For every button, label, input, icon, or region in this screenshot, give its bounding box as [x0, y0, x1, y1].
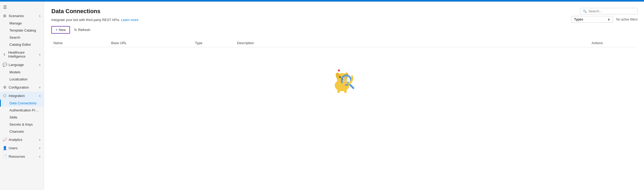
- no-active-filters: No active filters: [616, 18, 638, 21]
- sidebar-item-channels[interactable]: Channels: [0, 128, 44, 135]
- users-icon: 👤: [3, 146, 7, 150]
- sidebar-item-models[interactable]: Models: [0, 69, 44, 76]
- new-icon: +: [56, 28, 58, 32]
- refresh-button[interactable]: ↻ Refresh: [71, 27, 94, 33]
- healthcare-icon: ⚕: [3, 52, 6, 57]
- healthcare-label: Healthcare Intelligence: [8, 50, 39, 58]
- integration-chevron: ∧: [39, 94, 41, 97]
- dog-illustration: [328, 63, 360, 95]
- search-icon: 🔍: [583, 9, 587, 13]
- learn-more-link[interactable]: Learn more: [121, 18, 138, 22]
- sidebar: ☰ ⊞ Scenarios ∧ Manage Template Catalog …: [0, 2, 44, 190]
- svg-point-5: [339, 76, 341, 78]
- configuration-label: Configuration: [9, 85, 29, 89]
- new-label: New: [59, 28, 66, 32]
- col-type: Type: [193, 41, 235, 45]
- col-actions: Actions: [589, 41, 637, 45]
- sidebar-item-authentication-providers[interactable]: Authentication Providers: [0, 107, 44, 114]
- sidebar-section-language: 💬 Language ∧ Models Localization: [0, 61, 44, 83]
- integration-label: Integration: [9, 94, 25, 98]
- refresh-icon: ↻: [74, 28, 77, 32]
- sidebar-section-integration: ⬡ Integration ∧ Data Connections Authent…: [0, 92, 44, 135]
- svg-rect-13: [344, 89, 347, 93]
- sidebar-item-catalog-editor[interactable]: Catalog Editor: [0, 41, 44, 48]
- top-right-controls: 🔍 Types ∨ No active filters: [571, 8, 638, 23]
- search-input[interactable]: [588, 9, 635, 13]
- analytics-chevron: ∨: [39, 138, 41, 141]
- refresh-label: Refresh: [78, 28, 90, 32]
- resources-chevron: ∨: [39, 155, 41, 158]
- scenarios-icon: ⊞: [3, 14, 7, 18]
- scenarios-chevron: ∧: [39, 14, 41, 17]
- users-label: Users: [9, 146, 18, 150]
- sidebar-section-analytics: 📈 Analytics ∨: [0, 136, 44, 143]
- types-chevron: ∨: [608, 17, 610, 21]
- toolbar: + New ↻ Refresh: [51, 26, 637, 34]
- new-button[interactable]: + New: [51, 26, 70, 34]
- sidebar-item-localization[interactable]: Localization: [0, 76, 44, 83]
- sidebar-section-header-resources[interactable]: 📄 Resources ∨: [0, 152, 44, 160]
- language-label: Language: [9, 63, 24, 67]
- col-base-url: Base URL: [109, 41, 193, 45]
- language-icon: 💬: [3, 63, 7, 67]
- sidebar-item-secrets-keys[interactable]: Secrets & Keys: [0, 121, 44, 128]
- healthcare-chevron: ∨: [39, 53, 41, 56]
- empty-state: [51, 63, 637, 95]
- sidebar-item-skills[interactable]: Skills: [0, 114, 44, 121]
- svg-point-11: [338, 69, 340, 71]
- types-label: Types: [574, 17, 583, 21]
- sidebar-section-resources: 📄 Resources ∨: [0, 152, 44, 160]
- sidebar-section-header-scenarios[interactable]: ⊞ Scenarios ∧: [0, 12, 44, 20]
- types-dropdown[interactable]: Types ∨: [571, 16, 613, 23]
- hamburger-button[interactable]: ☰: [0, 3, 44, 12]
- sidebar-item-search[interactable]: Search: [0, 34, 44, 41]
- sidebar-item-manage[interactable]: Manage: [0, 20, 44, 27]
- sidebar-section-header-analytics[interactable]: 📈 Analytics ∨: [0, 136, 44, 143]
- users-chevron: ∨: [39, 147, 41, 150]
- sidebar-section-header-users[interactable]: 👤 Users ∨: [0, 144, 44, 152]
- resources-icon: 📄: [3, 154, 7, 158]
- configuration-chevron: ∨: [39, 86, 41, 89]
- sidebar-item-data-connections[interactable]: Data Connections: [0, 100, 44, 107]
- sidebar-section-healthcare: ⚕ Healthcare Intelligence ∨: [0, 49, 44, 60]
- sidebar-item-template-catalog[interactable]: Template Catalog: [0, 27, 44, 34]
- language-chevron: ∧: [39, 63, 41, 66]
- integration-icon: ⬡: [3, 94, 7, 98]
- analytics-icon: 📈: [3, 137, 7, 142]
- search-box[interactable]: 🔍: [580, 8, 638, 14]
- filter-row: Types ∨ No active filters: [571, 16, 638, 23]
- sidebar-section-header-configuration[interactable]: ⚙ Configuration ∨: [0, 83, 44, 91]
- configuration-icon: ⚙: [3, 85, 7, 89]
- col-description: Description: [235, 41, 589, 45]
- subtitle: Integrate your bot with third party REST…: [51, 18, 637, 22]
- table-header: Name Base URL Type Description Actions: [51, 39, 637, 47]
- svg-rect-12: [337, 89, 340, 93]
- sidebar-section-users: 👤 Users ∨: [0, 144, 44, 152]
- sidebar-section-header-integration[interactable]: ⬡ Integration ∧: [0, 92, 44, 100]
- sidebar-section-header-language[interactable]: 💬 Language ∧: [0, 61, 44, 69]
- svg-point-6: [340, 76, 341, 77]
- main-content: Data Connections Integrate your bot with…: [44, 2, 644, 190]
- resources-label: Resources: [9, 155, 25, 158]
- analytics-label: Analytics: [9, 138, 22, 142]
- scenarios-label: Scenarios: [9, 14, 24, 18]
- col-name: Name: [51, 41, 109, 45]
- page-title: Data Connections: [51, 8, 637, 15]
- sidebar-section-header-healthcare[interactable]: ⚕ Healthcare Intelligence ∨: [0, 49, 44, 60]
- sidebar-section-configuration: ⚙ Configuration ∨: [0, 83, 44, 91]
- sidebar-section-scenarios: ⊞ Scenarios ∧ Manage Template Catalog Se…: [0, 12, 44, 48]
